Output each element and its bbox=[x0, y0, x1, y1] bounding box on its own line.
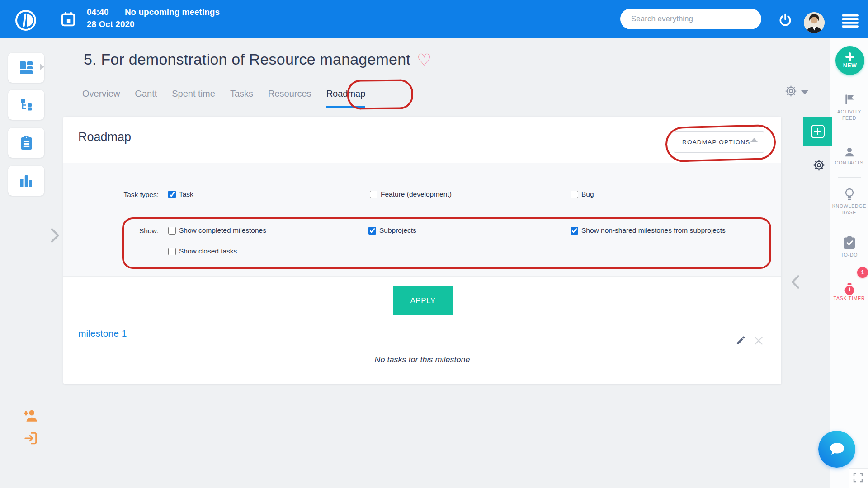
roadmap-panel: Roadmap ROADMAP OPTIONS Task types: Task… bbox=[63, 117, 781, 384]
page-title: 5. For demonstration of Resource managem… bbox=[84, 51, 431, 70]
page-settings-gear-icon[interactable] bbox=[785, 85, 797, 97]
task-types-label: Task types: bbox=[63, 191, 159, 199]
meeting-info-line: 04:40 No upcoming meetings bbox=[87, 7, 220, 17]
page-settings-caret-icon[interactable] bbox=[801, 90, 808, 94]
tab-gantt[interactable]: Gantt bbox=[135, 89, 157, 108]
user-avatar[interactable] bbox=[804, 12, 825, 33]
checkbox-bug[interactable]: Bug bbox=[571, 190, 594, 198]
top-bar: 04:40 No upcoming meetings 28 Oct 2020 bbox=[0, 0, 868, 38]
tab-roadmap[interactable]: Roadmap bbox=[326, 89, 366, 108]
new-button-label: NEW bbox=[843, 62, 857, 69]
right-toolbar: NEW ACTIVITY FEED CONTACTS KNOWLEDGE BAS… bbox=[830, 38, 868, 488]
bottom-corner-panel bbox=[849, 468, 868, 488]
sidebar-dashboard-button[interactable] bbox=[8, 53, 44, 83]
timer-count-badge: 1 bbox=[857, 267, 868, 278]
checkbox-show-completed-milestones[interactable]: Show completed milestones bbox=[168, 226, 266, 235]
main-menu-icon[interactable] bbox=[842, 14, 859, 28]
nonshared-milestones-checkbox[interactable] bbox=[571, 227, 578, 235]
panel-heading: Roadmap bbox=[78, 130, 131, 144]
nonshared-milestones-label[interactable]: Show non-shared milestones from subproje… bbox=[581, 226, 726, 235]
activity-feed-label[interactable]: ACTIVITY FEED bbox=[832, 108, 867, 121]
feature-checkbox[interactable] bbox=[370, 191, 377, 198]
show-closed-tasks-checkbox[interactable] bbox=[168, 248, 176, 255]
sidebar-tasks-button[interactable] bbox=[8, 128, 44, 158]
knowledge-base-bulb-icon[interactable] bbox=[844, 188, 855, 201]
collapse-panel-chevron-icon[interactable] bbox=[790, 274, 801, 290]
checkbox-nonshared-milestones[interactable]: Show non-shared milestones from subproje… bbox=[571, 226, 726, 235]
checkbox-feature[interactable]: Feature (development) bbox=[370, 190, 452, 198]
task-checkbox-label[interactable]: Task bbox=[179, 190, 193, 198]
project-title-text: 5. For demonstration of Resource managem… bbox=[84, 51, 410, 68]
task-timer-label[interactable]: TASK TIMER bbox=[832, 295, 867, 301]
feature-checkbox-label[interactable]: Feature (development) bbox=[381, 190, 452, 198]
subprojects-label[interactable]: Subprojects bbox=[379, 226, 416, 235]
clipboard-icon bbox=[20, 136, 33, 150]
new-button[interactable]: NEW bbox=[835, 46, 864, 75]
bug-checkbox-label[interactable]: Bug bbox=[581, 190, 594, 198]
contacts-label[interactable]: CONTACTS bbox=[832, 160, 867, 166]
rail-divider bbox=[838, 225, 861, 225]
filter-divider bbox=[78, 212, 766, 212]
show-completed-milestones-label[interactable]: Show completed milestones bbox=[179, 226, 266, 235]
clock-time: 04:40 bbox=[87, 7, 109, 17]
dashboard-grid-icon bbox=[19, 61, 33, 75]
subprojects-checkbox[interactable] bbox=[368, 227, 376, 235]
chat-button[interactable] bbox=[818, 431, 855, 468]
rail-divider bbox=[838, 177, 861, 178]
current-date: 28 Oct 2020 bbox=[87, 19, 135, 29]
sidebar-flyout-arrow-icon[interactable] bbox=[40, 64, 44, 70]
task-timer-stopwatch-icon[interactable] bbox=[844, 283, 855, 296]
collapse-caret-icon bbox=[750, 138, 758, 142]
contacts-person-icon[interactable] bbox=[844, 146, 855, 158]
sidebar-reports-button[interactable] bbox=[8, 166, 44, 196]
activity-feed-flag-icon[interactable] bbox=[844, 94, 855, 105]
roadmap-options-button[interactable]: ROADMAP OPTIONS bbox=[674, 131, 764, 153]
checkbox-task[interactable]: Task bbox=[168, 190, 193, 198]
show-closed-tasks-label[interactable]: Show closed tasks. bbox=[179, 247, 239, 255]
rail-divider bbox=[838, 131, 861, 131]
tab-tasks[interactable]: Tasks bbox=[230, 89, 253, 108]
checkbox-subprojects[interactable]: Subprojects bbox=[368, 226, 416, 235]
milestone-link[interactable]: milestone 1 bbox=[78, 328, 127, 339]
tab-overview[interactable]: Overview bbox=[82, 89, 120, 108]
bug-checkbox[interactable] bbox=[571, 191, 578, 198]
fullscreen-icon[interactable] bbox=[853, 473, 863, 483]
add-box-plus-icon bbox=[811, 125, 825, 138]
roadmap-filter-section: Task types: Task Feature (development) B… bbox=[63, 163, 781, 277]
show-completed-milestones-checkbox[interactable] bbox=[168, 227, 176, 235]
show-label: Show: bbox=[63, 227, 159, 235]
favorite-heart-icon[interactable]: ♡ bbox=[417, 51, 431, 69]
sidebar-project-tree-button[interactable] bbox=[8, 90, 44, 120]
roadmap-options-label: ROADMAP OPTIONS bbox=[682, 139, 750, 145]
meeting-status: No upcoming meetings bbox=[125, 7, 220, 17]
tab-spent-time[interactable]: Spent time bbox=[172, 89, 215, 108]
milestone-empty-text: No tasks for this milestone bbox=[63, 355, 781, 365]
logout-power-icon[interactable] bbox=[778, 13, 792, 27]
expand-sidebar-chevron-icon[interactable] bbox=[49, 227, 61, 244]
edit-milestone-pencil-icon[interactable] bbox=[736, 336, 745, 345]
project-tabs: Overview Gantt Spent time Tasks Resource… bbox=[82, 89, 365, 108]
task-checkbox[interactable] bbox=[168, 191, 176, 198]
todo-label[interactable]: TO-DO bbox=[832, 252, 867, 258]
app-logo-icon[interactable] bbox=[15, 9, 37, 31]
exit-icon[interactable] bbox=[24, 432, 38, 445]
delete-milestone-close-icon[interactable] bbox=[754, 336, 763, 345]
checkbox-show-closed-tasks[interactable]: Show closed tasks. bbox=[168, 247, 239, 255]
tab-resources[interactable]: Resources bbox=[268, 89, 311, 108]
quick-add-button[interactable] bbox=[803, 117, 832, 146]
application-window: 04:40 No upcoming meetings 28 Oct 2020 bbox=[0, 0, 868, 488]
chat-bubble-icon bbox=[828, 441, 846, 457]
layout-settings-gear-icon[interactable] bbox=[813, 159, 825, 171]
calendar-icon[interactable] bbox=[61, 12, 75, 27]
project-tree-icon bbox=[19, 98, 33, 112]
knowledge-base-label[interactable]: KNOWLEDGE BASE bbox=[832, 203, 867, 216]
todo-checklist-icon[interactable] bbox=[844, 236, 855, 249]
avatar-portrait bbox=[804, 12, 825, 33]
apply-button[interactable]: APPLY bbox=[393, 286, 453, 315]
bar-chart-icon bbox=[20, 174, 33, 187]
plus-icon bbox=[845, 52, 854, 61]
search-input[interactable] bbox=[620, 9, 761, 29]
add-user-icon[interactable] bbox=[23, 409, 38, 422]
